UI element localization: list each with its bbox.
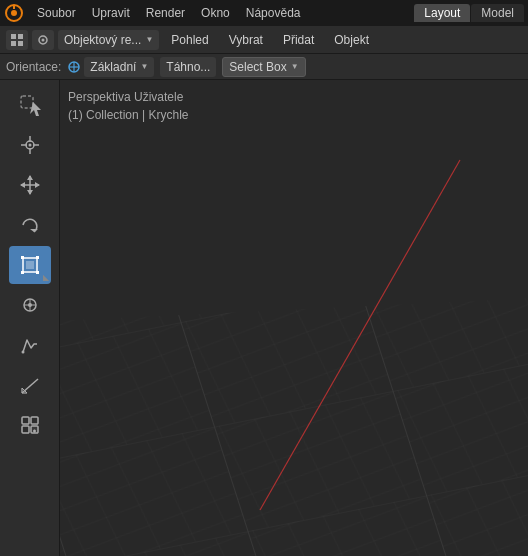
pridat-btn[interactable]: Přidat bbox=[275, 31, 322, 49]
viewport-grid bbox=[60, 80, 528, 556]
svg-marker-23 bbox=[27, 190, 33, 195]
mode-dropdown[interactable]: Objektový re... ▼ bbox=[58, 30, 159, 50]
select-box-btn[interactable]: Select Box ▼ bbox=[222, 57, 305, 77]
svg-rect-4 bbox=[18, 34, 23, 39]
menu-upravit[interactable]: Upravit bbox=[85, 4, 137, 22]
move-origin-btn[interactable] bbox=[9, 126, 51, 164]
svg-rect-31 bbox=[21, 271, 24, 274]
tab-layout[interactable]: Layout bbox=[414, 4, 470, 22]
svg-rect-6 bbox=[18, 41, 23, 46]
svg-rect-3 bbox=[11, 34, 16, 39]
menu-okno[interactable]: Okno bbox=[194, 4, 237, 22]
rotate-btn[interactable] bbox=[9, 206, 51, 244]
zakladni-label: Základní bbox=[90, 60, 136, 74]
annotate-btn[interactable] bbox=[9, 326, 51, 364]
tahno-btn[interactable]: Táhno... bbox=[160, 57, 216, 77]
vybrat-btn[interactable]: Vybrat bbox=[221, 31, 271, 49]
menu-napoveda[interactable]: Nápověda bbox=[239, 4, 308, 22]
orientace-label: Orientace: bbox=[6, 60, 61, 74]
scale-indicator: ◣ bbox=[43, 273, 49, 282]
zakladni-arrow: ▼ bbox=[140, 62, 148, 71]
svg-rect-29 bbox=[21, 256, 24, 259]
svg-marker-13 bbox=[30, 102, 41, 116]
left-toolbar: ◣ bbox=[0, 80, 60, 556]
viewport[interactable]: Perspektiva Uživatele (1) Collection | K… bbox=[60, 80, 528, 556]
scale-btn[interactable]: ◣ bbox=[9, 246, 51, 284]
svg-rect-12 bbox=[21, 96, 33, 108]
tahno-label: Táhno... bbox=[166, 60, 210, 74]
svg-rect-42 bbox=[22, 417, 29, 424]
select-box-label: Select Box bbox=[229, 60, 286, 74]
add-btn[interactable] bbox=[9, 406, 51, 444]
svg-rect-32 bbox=[36, 271, 39, 274]
svg-point-1 bbox=[11, 10, 17, 16]
measure-btn[interactable] bbox=[9, 366, 51, 404]
workspace-tabs: Layout Model bbox=[414, 4, 524, 22]
view-icon-btn[interactable] bbox=[32, 30, 54, 50]
mode-dropdown-arrow: ▼ bbox=[145, 35, 153, 44]
svg-rect-5 bbox=[11, 41, 16, 46]
menu-render[interactable]: Render bbox=[139, 4, 192, 22]
svg-marker-26 bbox=[30, 229, 38, 232]
svg-marker-24 bbox=[20, 182, 25, 188]
transform-btn[interactable] bbox=[9, 286, 51, 324]
menu-soubor[interactable]: Soubor bbox=[30, 4, 83, 22]
cursor-tool-btn[interactable] bbox=[9, 86, 51, 124]
svg-point-37 bbox=[21, 351, 24, 354]
svg-point-36 bbox=[28, 303, 32, 307]
tab-model[interactable]: Model bbox=[471, 4, 524, 22]
toolbar-bar: Orientace: Základní ▼ Táhno... Select Bo… bbox=[0, 54, 528, 80]
top-menu-bar: Soubor Upravit Render Okno Nápověda Layo… bbox=[0, 0, 528, 26]
mode-dropdown-label: Objektový re... bbox=[64, 33, 141, 47]
svg-point-19 bbox=[28, 144, 31, 147]
blender-logo[interactable] bbox=[4, 3, 24, 23]
svg-rect-28 bbox=[26, 261, 34, 269]
svg-marker-22 bbox=[27, 175, 33, 180]
svg-rect-44 bbox=[22, 426, 29, 433]
objekt-btn[interactable]: Objekt bbox=[326, 31, 377, 49]
svg-rect-49 bbox=[60, 288, 528, 556]
main-area: ◣ bbox=[0, 80, 528, 556]
svg-rect-43 bbox=[31, 417, 38, 424]
svg-marker-25 bbox=[35, 182, 40, 188]
zakladni-dropdown[interactable]: Základní ▼ bbox=[84, 57, 154, 77]
svg-point-8 bbox=[42, 38, 45, 41]
editor-type-icon[interactable] bbox=[6, 30, 28, 50]
translate-btn[interactable] bbox=[9, 166, 51, 204]
pohled-btn[interactable]: Pohled bbox=[163, 31, 216, 49]
header-bar: Objektový re... ▼ Pohled Vybrat Přidat O… bbox=[0, 26, 528, 54]
select-box-arrow: ▼ bbox=[291, 62, 299, 71]
svg-rect-30 bbox=[36, 256, 39, 259]
